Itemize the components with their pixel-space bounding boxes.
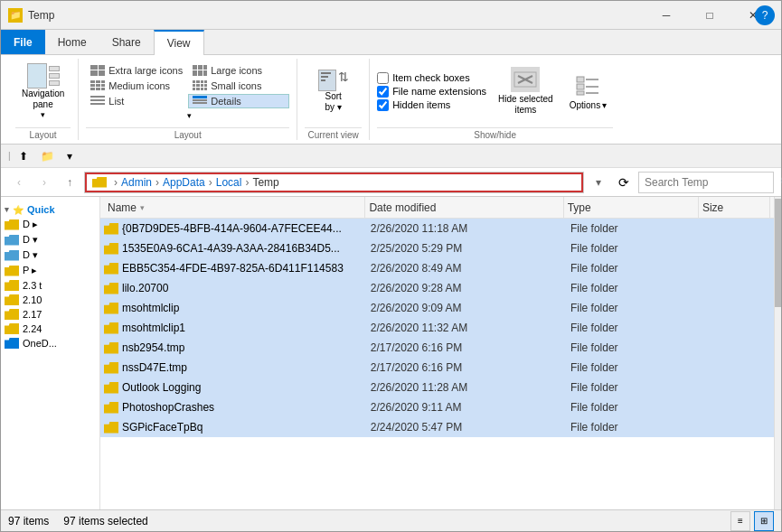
- sidebar-item-d2[interactable]: D ▾: [1, 232, 99, 247]
- search-input[interactable]: [645, 176, 780, 189]
- sort-icon: ⇅: [318, 70, 349, 91]
- table-row[interactable]: 1535E0A9-6CA1-4A39-A3AA-28416B34D5... 2/…: [100, 238, 774, 258]
- hide-selected-items-button[interactable]: Hide selecteditems: [492, 62, 560, 120]
- details-button[interactable]: Details: [188, 94, 289, 108]
- window-icon: 📁: [8, 8, 23, 23]
- layout-dropdown[interactable]: ▾: [184, 111, 192, 120]
- file-name-text: {0B7D9DE5-4BFB-414A-9604-A7FECEE44...: [122, 222, 342, 235]
- sidebar-item-label-oned: OneD...: [23, 338, 57, 349]
- sidebar-item-d1[interactable]: D ▸: [1, 217, 99, 232]
- breadcrumb-separator-0: ›: [114, 176, 118, 189]
- view-toggle-buttons: ≡ ⊞: [730, 511, 774, 531]
- panes-group: Navigationpane ▾ Layout: [8, 59, 79, 140]
- list-button[interactable]: List: [86, 94, 187, 108]
- sidebar-item-oned[interactable]: OneD...: [1, 336, 99, 350]
- table-row[interactable]: nsb2954.tmp 2/17/2020 6:16 PM File folde…: [100, 338, 774, 358]
- hide-selected-icon: [511, 67, 540, 92]
- qa-up-button[interactable]: ⬆: [14, 147, 33, 165]
- extra-large-icons-button[interactable]: Extra large icons: [86, 63, 187, 78]
- qa-folder-button[interactable]: 📁: [36, 147, 59, 165]
- show-hide-content: Item check boxes File name extensions Hi…: [377, 59, 613, 124]
- item-checkboxes-input[interactable]: [377, 72, 389, 84]
- sidebar-item-210[interactable]: 2.10: [1, 293, 99, 307]
- sidebar-folder-icon-23t: [5, 280, 19, 291]
- tab-home[interactable]: Home: [45, 30, 99, 54]
- file-name-extensions-input[interactable]: [377, 86, 389, 98]
- col-header-type[interactable]: Type: [564, 197, 699, 218]
- hidden-items-input[interactable]: [377, 99, 389, 111]
- table-row[interactable]: {0B7D9DE5-4BFB-414A-9604-A7FECEE44... 2/…: [100, 219, 774, 238]
- refresh-button[interactable]: ⟳: [613, 172, 635, 193]
- file-name-text: SGPicFaceTpBq: [122, 421, 203, 434]
- qa-dropdown-button[interactable]: ▾: [62, 147, 77, 165]
- medium-icons-button[interactable]: Medium icons: [86, 79, 187, 93]
- tab-view[interactable]: View: [154, 30, 204, 55]
- list-view-toggle[interactable]: ≡: [730, 511, 750, 531]
- sidebar-item-217[interactable]: 2.17: [1, 307, 99, 322]
- options-arrow: ▾: [602, 100, 607, 110]
- sidebar-item-23t[interactable]: 2.3 t: [1, 278, 99, 293]
- item-checkboxes-option[interactable]: Item check boxes: [377, 72, 486, 84]
- file-name-cell: 1535E0A9-6CA1-4A39-A3AA-28416B34D5...: [104, 242, 371, 255]
- scrollbar-thumb[interactable]: [775, 199, 781, 307]
- file-type-cell: File folder: [570, 222, 703, 235]
- table-row[interactable]: PhotoshopCrashes 2/26/2020 9:11 AM File …: [100, 397, 774, 417]
- quick-access-label: Quick: [27, 204, 55, 215]
- sidebar-item-label-23t: 2.3 t: [23, 280, 42, 291]
- back-button[interactable]: ‹: [8, 172, 30, 193]
- hidden-items-option[interactable]: Hidden items: [377, 99, 486, 111]
- large-icons-button[interactable]: Large icons: [188, 63, 289, 78]
- address-dropdown-button[interactable]: ▾: [588, 172, 609, 193]
- scrollbar[interactable]: [774, 197, 781, 509]
- col-header-name[interactable]: Name ▾: [104, 197, 365, 218]
- forward-button[interactable]: ›: [33, 172, 55, 193]
- tab-share[interactable]: Share: [99, 30, 154, 54]
- breadcrumb-bar[interactable]: › Admin › AppData › Local › Temp: [84, 172, 584, 193]
- cv-group-content: ⇅ Sortby ▾: [305, 59, 362, 124]
- up-button[interactable]: ↑: [59, 172, 80, 193]
- file-name-text: EBB5C354-4FDE-4B97-825A-6D411F114583: [122, 262, 344, 275]
- table-row[interactable]: msohtmlclip1 2/26/2020 11:32 AM File fol…: [100, 318, 774, 338]
- file-folder-icon: [104, 422, 118, 434]
- col-header-date[interactable]: Date modified: [365, 197, 563, 218]
- file-name-cell: msohtmlclip: [104, 302, 371, 314]
- small-icons-button[interactable]: Small icons: [188, 79, 289, 93]
- main-area: ▾ ⭐ Quick D ▸ D ▾ D ▾ P ▸ 2.3: [1, 197, 781, 509]
- col-date-label: Date modified: [369, 201, 436, 214]
- breadcrumb-appdata[interactable]: AppData: [163, 176, 205, 189]
- sidebar-item-224[interactable]: 2.24: [1, 322, 99, 336]
- tile-view-toggle[interactable]: ⊞: [754, 511, 774, 531]
- options-button[interactable]: Options ▾: [563, 69, 613, 115]
- minimize-button[interactable]: ─: [645, 3, 687, 28]
- search-box[interactable]: 🔍: [638, 172, 774, 193]
- file-name-text: lilo.20700: [122, 282, 168, 294]
- table-row[interactable]: SGPicFaceTpBq 2/24/2020 5:47 PM File fol…: [100, 417, 774, 437]
- file-name-text: msohtmlclip1: [122, 322, 185, 334]
- ribbon: File Home Share View: [1, 30, 781, 145]
- sort-by-button[interactable]: ⇅ Sortby ▾: [312, 65, 355, 117]
- sidebar-quick-access[interactable]: ▾ ⭐ Quick: [1, 201, 99, 217]
- file-name-extensions-option[interactable]: File name extensions: [377, 86, 486, 98]
- col-header-size[interactable]: Size: [699, 197, 770, 218]
- nav-pane-container: Navigationpane ▾: [15, 59, 71, 124]
- sort-by-label: Sortby ▾: [325, 91, 341, 113]
- table-row[interactable]: lilo.20700 2/26/2020 9:28 AM File folder: [100, 278, 774, 298]
- window-title: Temp: [28, 9, 645, 22]
- tab-file[interactable]: File: [1, 30, 45, 54]
- breadcrumb-temp[interactable]: Temp: [252, 176, 278, 189]
- table-row[interactable]: EBB5C354-4FDE-4B97-825A-6D411F114583 2/2…: [100, 258, 774, 278]
- help-button[interactable]: ?: [755, 5, 775, 25]
- breadcrumb-local[interactable]: Local: [216, 176, 242, 189]
- file-name-cell: nsb2954.tmp: [104, 341, 371, 354]
- table-row[interactable]: msohtmlclip 2/26/2020 9:09 AM File folde…: [100, 298, 774, 318]
- layout-dropdown-arrow[interactable]: ▾: [187, 111, 192, 120]
- layout-group-content: Extra large icons Large icons: [86, 59, 289, 124]
- file-name-text: nssD47E.tmp: [122, 361, 187, 374]
- sidebar-item-d3[interactable]: D ▾: [1, 247, 99, 263]
- maximize-button[interactable]: □: [689, 3, 730, 28]
- navigation-pane-button[interactable]: Navigationpane ▾: [15, 59, 71, 124]
- table-row[interactable]: Outlook Logging 2/26/2020 11:28 AM File …: [100, 378, 774, 397]
- sidebar-item-p[interactable]: P ▸: [1, 263, 99, 278]
- table-row[interactable]: nssD47E.tmp 2/17/2020 6:16 PM File folde…: [100, 358, 774, 378]
- breadcrumb-admin[interactable]: Admin: [121, 176, 152, 189]
